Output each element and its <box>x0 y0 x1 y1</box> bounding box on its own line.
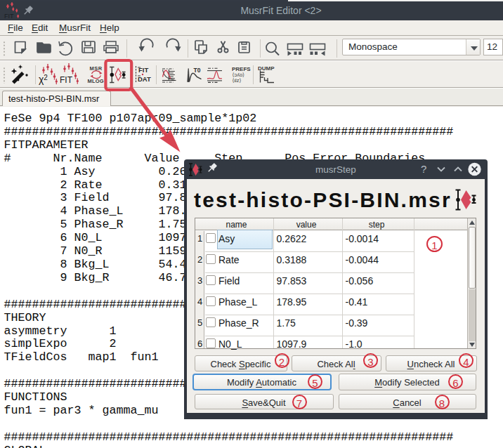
svg-text:MLOG: MLOG <box>88 78 104 84</box>
svg-text:χ2: χ2 <box>39 74 48 85</box>
svg-text:⟨ɩlz⟩: ⟨ɩlz⟩ <box>233 77 242 84</box>
svg-text:MSR: MSR <box>90 65 103 72</box>
svg-text:FIT: FIT <box>138 66 148 74</box>
svg-text:?: ? <box>421 163 426 175</box>
svg-text:T0: T0 <box>194 67 201 74</box>
svg-text:DAT: DAT <box>138 75 151 83</box>
svg-text:FIT: FIT <box>60 75 73 85</box>
